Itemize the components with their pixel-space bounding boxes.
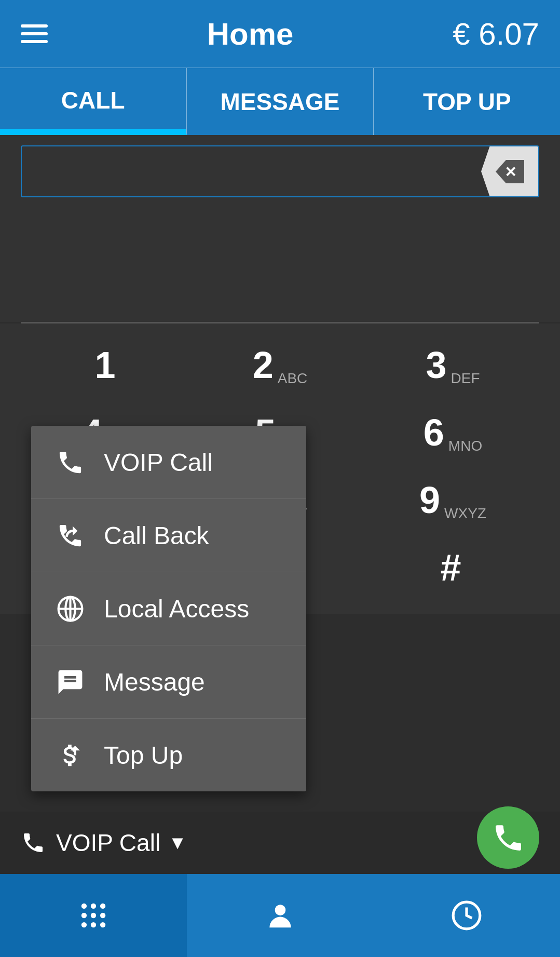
bottom-navigation [0,874,560,957]
backspace-button[interactable]: ✕ [481,146,538,196]
call-type-selector[interactable]: VOIP Call ▼ [21,829,539,857]
dropdown-item-voip-call[interactable]: VOIP Call [31,426,306,499]
dropdown-item-message[interactable]: Message [31,645,306,719]
dial-area: ✕ [0,135,560,203]
dropdown-item-local-access[interactable]: Local Access [31,572,306,645]
bottom-nav-dialpad[interactable] [0,874,187,957]
dropdown-item-top-up[interactable]: Top Up [31,719,306,791]
svg-point-11 [100,913,105,918]
svg-point-15 [275,905,285,915]
call-type-label: VOIP Call [56,829,160,857]
keypad-row-1: 1 2 ABC 3 DEF [21,334,539,396]
tab-topup[interactable]: TOP UP [374,68,560,135]
header-title: Home [207,16,294,52]
number-input[interactable] [22,146,481,196]
phone-icon [52,444,88,480]
svg-point-12 [81,922,87,927]
tab-bar: CALL MESSAGE TOP UP [0,68,560,135]
tab-message[interactable]: MESSAGE [187,68,374,135]
svg-point-13 [91,922,96,927]
svg-point-7 [91,904,96,909]
key-6[interactable]: 6 MNO [380,401,526,464]
key-2[interactable]: 2 ABC [208,334,353,396]
dropdown-call-back-label: Call Back [104,521,209,550]
dropdown-item-call-back[interactable]: Call Back [31,499,306,572]
key-1[interactable]: 1 [35,334,180,396]
svg-point-14 [100,922,105,927]
bottom-nav-contacts[interactable] [187,874,374,957]
tab-call[interactable]: CALL [0,68,187,135]
menu-icon[interactable] [21,24,48,43]
dropdown-menu: VOIP Call Call Back Local Access [31,426,306,791]
dial-spacer [0,203,560,322]
app-header: Home € 6.07 [0,0,560,68]
bottom-nav-recent[interactable] [373,874,560,957]
svg-text:✕: ✕ [504,164,516,180]
svg-point-9 [81,913,87,918]
number-input-row: ✕ [21,145,539,197]
svg-point-6 [81,904,87,909]
key-hash[interactable]: # [380,536,526,599]
green-call-button[interactable] [477,806,539,869]
dropdown-top-up-label: Top Up [104,741,183,770]
dropdown-message-label: Message [104,668,205,696]
call-type-phone-icon [21,830,46,855]
key-3[interactable]: 3 DEF [380,334,526,396]
message-icon [52,664,88,700]
key-9[interactable]: 9 WXYZ [380,469,526,531]
dropdown-arrow-icon: ▼ [168,832,187,854]
call-type-bar: VOIP Call ▼ [0,812,560,874]
dropdown-voip-call-label: VOIP Call [104,448,213,477]
callback-icon [52,517,88,554]
dropdown-local-access-label: Local Access [104,595,249,623]
header-balance: € 6.07 [453,16,539,52]
globe-icon [52,590,88,627]
topup-icon [52,737,88,773]
svg-point-10 [91,913,96,918]
svg-point-8 [100,904,105,909]
